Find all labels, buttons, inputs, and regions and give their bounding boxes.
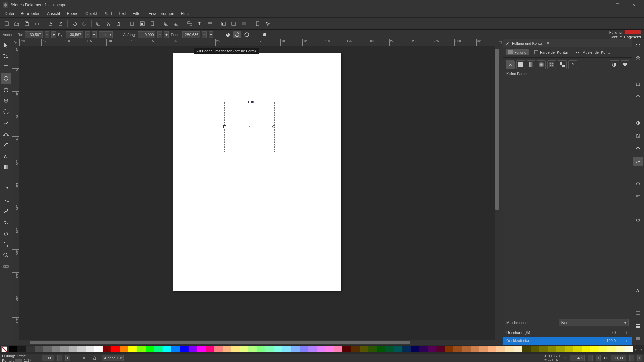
handle-top2[interactable] bbox=[248, 101, 251, 103]
rx-plus[interactable]: + bbox=[51, 31, 56, 38]
ungroup-button[interactable]: T bbox=[195, 19, 205, 28]
status-o-plus[interactable]: + bbox=[65, 355, 70, 361]
ruler-corner[interactable] bbox=[12, 39, 19, 46]
menu-file[interactable]: Datei bbox=[1, 10, 17, 17]
ry-plus[interactable]: + bbox=[92, 31, 97, 38]
ruler-vertical[interactable]: -250255075100125150175200225250275 bbox=[12, 46, 19, 340]
save-button[interactable] bbox=[22, 19, 32, 28]
blur-plus[interactable]: + bbox=[624, 330, 629, 335]
palette-color[interactable] bbox=[300, 346, 308, 352]
palette-color[interactable] bbox=[342, 346, 351, 352]
whole-button[interactable] bbox=[261, 31, 268, 38]
clone-button[interactable] bbox=[171, 19, 181, 28]
palette-color[interactable] bbox=[548, 346, 556, 352]
palette-color[interactable] bbox=[385, 346, 394, 352]
start-minus[interactable]: − bbox=[157, 31, 162, 38]
paste-button[interactable] bbox=[114, 19, 123, 28]
paint-flat-button[interactable] bbox=[516, 60, 525, 69]
palette-color[interactable] bbox=[471, 346, 479, 352]
layers-button[interactable] bbox=[239, 19, 249, 28]
mesh-tool[interactable] bbox=[1, 173, 11, 183]
menu-filter[interactable]: Filter bbox=[129, 10, 145, 17]
opacity-minus[interactable]: − bbox=[619, 338, 623, 343]
palette-color[interactable] bbox=[248, 346, 257, 352]
palette-color[interactable] bbox=[402, 346, 411, 352]
palette-color[interactable] bbox=[496, 346, 505, 352]
blur-minus[interactable]: − bbox=[619, 330, 623, 335]
paint-linear-button[interactable] bbox=[527, 60, 535, 69]
ellipse-tool[interactable] bbox=[1, 73, 11, 84]
3dbox-tool[interactable] bbox=[1, 95, 11, 106]
dock-obj-button[interactable] bbox=[633, 79, 643, 89]
dock-xml-button[interactable] bbox=[633, 308, 643, 318]
maximize-button[interactable]: ❐ bbox=[610, 0, 625, 10]
menu-layer[interactable]: Ebene bbox=[63, 10, 82, 17]
end-plus[interactable]: + bbox=[209, 31, 213, 38]
arc-button[interactable] bbox=[233, 31, 241, 38]
close-button[interactable]: ✕ bbox=[626, 0, 641, 10]
palette-color[interactable] bbox=[146, 346, 154, 352]
palette-color[interactable] bbox=[214, 346, 223, 352]
palette-color[interactable] bbox=[445, 346, 454, 352]
dock-swatches-button[interactable]: A bbox=[633, 286, 643, 295]
paint-radial-button[interactable] bbox=[537, 60, 546, 69]
dock-obj-props-button[interactable] bbox=[633, 131, 643, 140]
ry-minus[interactable]: − bbox=[85, 31, 90, 38]
palette-color[interactable] bbox=[223, 346, 231, 352]
palette-color[interactable] bbox=[351, 346, 360, 352]
open-button[interactable] bbox=[12, 19, 21, 28]
chord-button[interactable] bbox=[243, 31, 250, 38]
tweak-tool[interactable] bbox=[1, 206, 11, 217]
zoom-drawing-button[interactable] bbox=[138, 19, 147, 28]
palette-color[interactable] bbox=[462, 346, 471, 352]
palette-color[interactable] bbox=[257, 346, 266, 352]
palette-color[interactable] bbox=[43, 346, 52, 352]
status-o-minus[interactable]: − bbox=[57, 355, 62, 361]
measure-tool[interactable] bbox=[1, 261, 11, 272]
palette-color[interactable] bbox=[26, 346, 35, 352]
slice-button[interactable] bbox=[224, 31, 231, 38]
palette-color[interactable] bbox=[522, 346, 531, 352]
handle-top[interactable] bbox=[251, 101, 254, 103]
opacity-plus[interactable]: + bbox=[624, 338, 629, 343]
palette-color[interactable] bbox=[282, 346, 291, 352]
palette-color[interactable] bbox=[17, 346, 26, 352]
visibility-toggle[interactable] bbox=[80, 355, 88, 361]
xml-button[interactable] bbox=[219, 19, 228, 28]
menu-edit[interactable]: Bearbeiten bbox=[17, 10, 44, 17]
menu-object[interactable]: Objekt bbox=[82, 10, 100, 17]
palette-color[interactable] bbox=[428, 346, 437, 352]
palette-color[interactable] bbox=[163, 346, 171, 352]
palette-none[interactable] bbox=[1, 346, 7, 352]
undo-button[interactable] bbox=[70, 19, 79, 28]
rect-tool[interactable] bbox=[1, 62, 11, 73]
rx-minus[interactable]: − bbox=[45, 31, 49, 38]
dock-selectors-button[interactable] bbox=[633, 321, 643, 330]
palette-color[interactable] bbox=[180, 346, 189, 352]
paint-unknown-button[interactable]: ? bbox=[568, 60, 577, 69]
palette-color[interactable] bbox=[582, 346, 591, 352]
palette-color[interactable] bbox=[607, 346, 616, 352]
dock-trace-button[interactable] bbox=[633, 144, 643, 153]
paint-heart-button[interactable] bbox=[621, 60, 629, 69]
palette-color[interactable] bbox=[505, 346, 514, 352]
menu-path[interactable]: Pfad bbox=[100, 10, 115, 17]
zoom-tool[interactable] bbox=[1, 250, 11, 261]
zoom-input[interactable] bbox=[570, 355, 585, 361]
palette-color[interactable] bbox=[436, 346, 445, 352]
palette-color[interactable] bbox=[317, 346, 325, 352]
palette-color[interactable] bbox=[111, 346, 120, 352]
unit-select[interactable]: mm▾ bbox=[99, 31, 113, 38]
palette-color[interactable] bbox=[514, 346, 522, 352]
menu-text[interactable]: Text bbox=[115, 10, 129, 17]
status-opacity-input[interactable] bbox=[42, 355, 54, 361]
palette-color[interactable] bbox=[9, 346, 17, 352]
duplicate-button[interactable] bbox=[161, 19, 171, 28]
canvas[interactable]: × Zu Bogen umschalten (offene Form) bbox=[19, 46, 495, 340]
redo-button[interactable] bbox=[80, 19, 89, 28]
dock-open-button[interactable] bbox=[633, 53, 643, 63]
end-minus[interactable]: − bbox=[202, 31, 207, 38]
panel-collapse-handle[interactable]: ⋮ bbox=[499, 46, 503, 340]
palette-color[interactable] bbox=[453, 346, 462, 352]
menu-view[interactable]: Ansicht bbox=[44, 10, 63, 17]
